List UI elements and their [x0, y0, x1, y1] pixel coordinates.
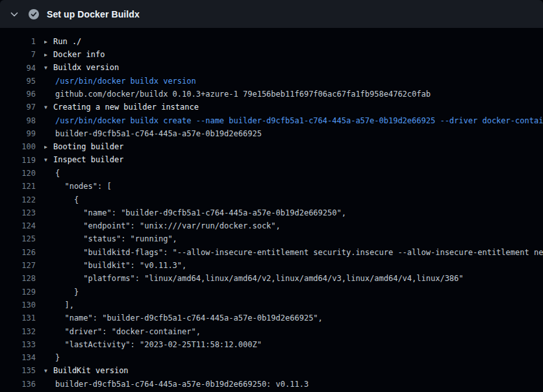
line-number[interactable]: 7 — [0, 48, 36, 61]
output-text: } — [55, 353, 60, 362]
line-number[interactable]: 124 — [0, 219, 36, 232]
line-number[interactable]: 97 — [0, 101, 36, 114]
log-line: 127 "buildkit": "v0.11.3", — [0, 259, 543, 272]
output-text: builder-d9cfb5a1-c764-445a-a57e-0b19d2e6… — [55, 380, 309, 389]
triangle-right-icon[interactable]: ▶ — [44, 36, 51, 49]
output-text: "name": "builder-d9cfb5a1-c764-445a-a57e… — [55, 208, 346, 217]
line-number[interactable]: 99 — [0, 127, 36, 140]
command-text: /usr/bin/docker buildx version — [55, 77, 196, 86]
line-number[interactable]: 132 — [0, 325, 36, 338]
log-line-content: ▼Inspect builder — [44, 153, 123, 167]
log-line: 126 "buildkitd-flags": "--allow-insecure… — [0, 246, 543, 259]
log-line-content: github.com/docker/buildx 0.10.3+azure-1 … — [44, 88, 431, 101]
log-line-content: /usr/bin/docker buildx version — [44, 75, 196, 88]
log-line[interactable]: 7▶Docker info — [0, 48, 543, 61]
output-text: { — [55, 195, 79, 204]
log-line: 120{ — [0, 167, 543, 180]
line-number[interactable]: 100 — [0, 140, 36, 153]
log-line-content: ▶Booting builder — [44, 140, 123, 154]
line-number[interactable]: 136 — [0, 378, 36, 391]
line-number[interactable]: 125 — [0, 232, 36, 245]
triangle-right-icon[interactable]: ▶ — [44, 141, 51, 154]
log-line-content: ▼BuildKit version — [44, 364, 129, 378]
log-line: 128 "platforms": "linux/amd64,linux/amd6… — [0, 272, 543, 285]
log-line: 121 "nodes": [ — [0, 180, 543, 193]
line-number[interactable]: 134 — [0, 351, 36, 364]
triangle-down-icon[interactable]: ▼ — [44, 365, 51, 378]
group-title: Docker info — [53, 50, 105, 59]
chevron-down-icon[interactable] — [9, 9, 19, 19]
check-circle-icon — [29, 9, 39, 19]
triangle-down-icon[interactable]: ▼ — [44, 62, 51, 75]
output-text: "lastActivity": "2023-02-25T11:58:12.000… — [55, 340, 262, 349]
log-line: 130 ], — [0, 299, 543, 312]
log-line-content: "buildkitd-flags": "--allow-insecure-ent… — [44, 246, 543, 259]
group-title: Run ./ — [53, 37, 81, 46]
log-line-content: ▼Creating a new builder instance — [44, 101, 199, 114]
log-line-content: } — [44, 286, 79, 299]
log-line-content: "status": "running", — [44, 232, 177, 245]
output-text: "nodes": [ — [55, 182, 112, 191]
log-line: 122 { — [0, 193, 543, 206]
log-line-content: ▶Docker info — [44, 48, 105, 62]
log-line[interactable]: 135▼BuildKit version — [0, 364, 543, 377]
line-number[interactable]: 119 — [0, 154, 36, 167]
log-line-content: "endpoint": "unix:///var/run/docker.sock… — [44, 219, 281, 232]
log-line-content: "name": "builder-d9cfb5a1-c764-445a-a57e… — [44, 312, 323, 325]
log-line: 136builder-d9cfb5a1-c764-445a-a57e-0b19d… — [0, 378, 543, 391]
log-line-content: "buildkit": "v0.11.3", — [44, 259, 186, 272]
output-text: "endpoint": "unix:///var/run/docker.sock… — [55, 221, 281, 230]
log-line: 124 "endpoint": "unix:///var/run/docker.… — [0, 219, 543, 232]
log-line-content: "lastActivity": "2023-02-25T11:58:12.000… — [44, 338, 262, 351]
log-line: 98/usr/bin/docker buildx create --name b… — [0, 114, 543, 127]
log-line-content: ], — [44, 299, 74, 312]
log-line: 125 "status": "running", — [0, 232, 543, 245]
line-number[interactable]: 131 — [0, 312, 36, 325]
line-number[interactable]: 127 — [0, 259, 36, 272]
line-number[interactable]: 123 — [0, 206, 36, 219]
line-number[interactable]: 129 — [0, 286, 36, 299]
line-number[interactable]: 135 — [0, 364, 36, 377]
log-line: 95/usr/bin/docker buildx version — [0, 75, 543, 88]
log-line: 132 "driver": "docker-container", — [0, 325, 543, 338]
log-line: 134} — [0, 351, 543, 364]
log-line: 129 } — [0, 286, 543, 299]
log-line[interactable]: 1▶Run ./ — [0, 35, 543, 48]
log-line-content: } — [44, 351, 60, 364]
output-text: ], — [55, 300, 74, 310]
line-number[interactable]: 120 — [0, 167, 36, 180]
line-number[interactable]: 133 — [0, 338, 36, 351]
line-number[interactable]: 94 — [0, 62, 36, 75]
log-line[interactable]: 119▼Inspect builder — [0, 154, 543, 167]
triangle-down-icon[interactable]: ▼ — [44, 101, 51, 114]
output-text: "platforms": "linux/amd64,linux/amd64/v2… — [55, 274, 464, 283]
log-line: 133 "lastActivity": "2023-02-25T11:58:12… — [0, 338, 543, 351]
step-header[interactable]: Set up Docker Buildx — [0, 0, 543, 28]
command-text: /usr/bin/docker buildx create --name bui… — [55, 116, 543, 125]
output-text: "status": "running", — [55, 234, 177, 243]
log-line-content: ▼Buildx version — [44, 61, 119, 75]
line-number[interactable]: 1 — [0, 35, 36, 48]
line-number[interactable]: 121 — [0, 180, 36, 193]
line-number[interactable]: 130 — [0, 299, 36, 312]
log-line-content: { — [44, 193, 79, 206]
group-title: Inspect builder — [53, 155, 123, 164]
log-line[interactable]: 97▼Creating a new builder instance — [0, 101, 543, 114]
output-text: } — [55, 288, 79, 297]
line-number[interactable]: 122 — [0, 193, 36, 206]
line-number[interactable]: 95 — [0, 75, 36, 88]
triangle-down-icon[interactable]: ▼ — [44, 154, 51, 167]
line-number[interactable]: 98 — [0, 114, 36, 127]
output-text: "driver": "docker-container", — [55, 327, 201, 336]
log-line-content: "platforms": "linux/amd64,linux/amd64/v2… — [44, 272, 464, 285]
log-line-content: /usr/bin/docker buildx create --name bui… — [44, 114, 543, 127]
line-number[interactable]: 96 — [0, 88, 36, 101]
group-title: Creating a new builder instance — [53, 103, 199, 112]
log-viewer: 1▶Run ./7▶Docker info94▼Buildx version95… — [0, 28, 543, 392]
triangle-right-icon[interactable]: ▶ — [44, 49, 51, 62]
output-text: "name": "builder-d9cfb5a1-c764-445a-a57e… — [55, 313, 323, 323]
log-line[interactable]: 100▶Booting builder — [0, 140, 543, 153]
log-line[interactable]: 94▼Buildx version — [0, 62, 543, 75]
line-number[interactable]: 128 — [0, 272, 36, 285]
line-number[interactable]: 126 — [0, 246, 36, 259]
